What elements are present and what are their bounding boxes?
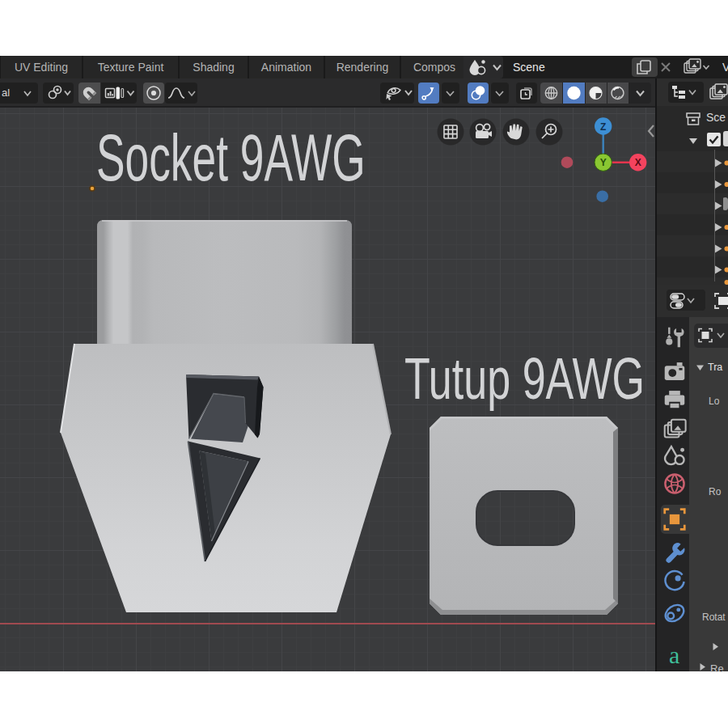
svg-text:Z: Z	[600, 121, 606, 133]
svg-text:Y: Y	[600, 157, 607, 168]
svg-text:X: X	[635, 157, 641, 168]
